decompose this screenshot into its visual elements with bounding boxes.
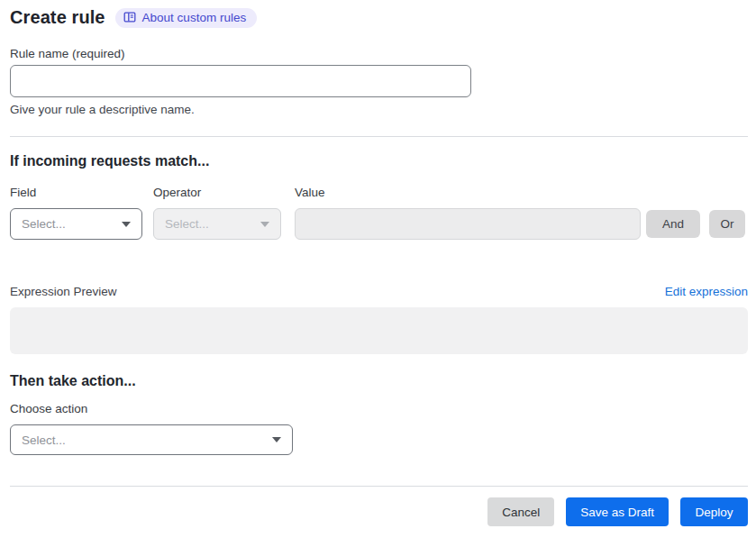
value-label: Value bbox=[295, 186, 325, 199]
caret-down-icon bbox=[272, 437, 281, 442]
operator-select[interactable]: Select... bbox=[153, 208, 281, 240]
choose-action-label: Choose action bbox=[10, 402, 87, 415]
action-section-heading: Then take action... bbox=[10, 373, 136, 389]
edit-expression-link[interactable]: Edit expression bbox=[665, 285, 748, 298]
about-custom-rules-badge[interactable]: About custom rules bbox=[115, 8, 258, 28]
field-label: Field bbox=[10, 186, 36, 199]
rule-name-label: Rule name (required) bbox=[10, 47, 125, 60]
cancel-button[interactable]: Cancel bbox=[487, 497, 554, 526]
rule-name-helper: Give your rule a descriptive name. bbox=[10, 103, 195, 116]
field-select-placeholder: Select... bbox=[22, 217, 66, 231]
page-header: Create rule About custom rules bbox=[10, 7, 257, 28]
and-button[interactable]: And bbox=[646, 210, 700, 238]
value-input[interactable] bbox=[295, 208, 641, 240]
choose-action-select[interactable]: Select... bbox=[10, 424, 293, 455]
save-as-draft-button[interactable]: Save as Draft bbox=[566, 497, 669, 526]
field-select[interactable]: Select... bbox=[10, 208, 142, 240]
operator-label: Operator bbox=[153, 186, 201, 199]
match-section-heading: If incoming requests match... bbox=[10, 153, 209, 169]
caret-down-icon bbox=[260, 222, 269, 227]
expression-preview-box bbox=[10, 307, 748, 354]
expression-preview-label: Expression Preview bbox=[10, 285, 117, 298]
rule-name-input[interactable] bbox=[10, 65, 471, 97]
divider-bottom bbox=[10, 486, 748, 487]
footer-actions: Cancel Save as Draft Deploy bbox=[487, 497, 748, 526]
about-badge-label: About custom rules bbox=[142, 11, 247, 24]
deploy-button[interactable]: Deploy bbox=[680, 497, 748, 526]
caret-down-icon bbox=[122, 222, 131, 227]
or-button[interactable]: Or bbox=[709, 210, 745, 238]
operator-select-placeholder: Select... bbox=[165, 217, 209, 231]
divider-top bbox=[10, 136, 748, 137]
book-open-icon bbox=[123, 11, 136, 23]
create-rule-page: Create rule About custom rules Rule name… bbox=[0, 0, 756, 538]
page-title: Create rule bbox=[10, 7, 105, 28]
choose-action-placeholder: Select... bbox=[22, 433, 66, 447]
